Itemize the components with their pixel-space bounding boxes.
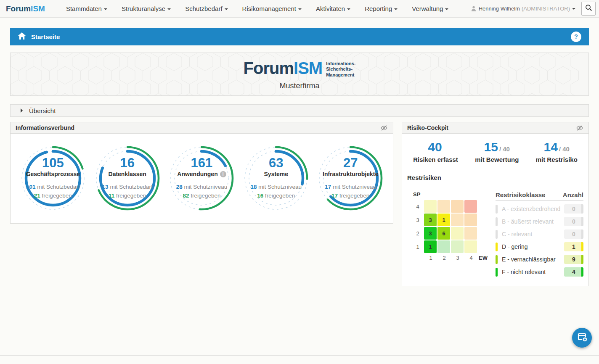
kpi-value: 16 — [120, 156, 134, 169]
add-new-button[interactable] — [572, 328, 592, 348]
kpi-label: Anwendungeni — [177, 171, 226, 177]
masthead: ForumISM Informations- Sicherheits- Mana… — [10, 53, 589, 96]
risk-matrix-cell-sp2-ew1[interactable]: 3 — [424, 227, 437, 240]
risk-matrix-x-axis: 1234 EW — [413, 255, 490, 261]
risk-matrix-row-label: 3 — [413, 217, 422, 223]
informationsverbund-panel: Informationsverbund 105 Geschäftsprozess… — [10, 122, 393, 224]
chevron-down-icon — [225, 8, 228, 12]
kpi-label: Geschäftsprozesse — [26, 171, 80, 177]
user-name: Henning Wilhelm — [479, 5, 520, 12]
kpi-stats: 28 mit Schutzniveau 82 freigegeben — [176, 183, 228, 200]
chevron-down-icon — [572, 8, 575, 11]
search-button[interactable] — [581, 2, 596, 16]
kpi-circle-gesch-ftsprozesse[interactable]: 105 Geschäftsprozesse 101 mit Schutzbeda… — [19, 145, 87, 212]
kpi-label: Systeme — [264, 171, 289, 177]
risk-class-row-f: F - nicht relevant 4 — [496, 266, 583, 278]
masthead-logo-part2: ISM — [294, 59, 322, 77]
chevron-down-icon — [167, 8, 171, 12]
risk-matrix-cell-sp3-ew3[interactable] — [451, 214, 464, 226]
kpi-label: Infrastrukturobjekte — [323, 171, 378, 177]
risk-stat-risiken-erfasst: 40 Risiken erfasst — [413, 141, 458, 163]
informationsverbund-header: Informationsverbund — [11, 122, 393, 134]
restrisiken-title: Restrisiken — [402, 171, 588, 181]
nav-item-strukturanalyse[interactable]: Strukturanalyse — [122, 5, 171, 12]
risk-matrix-cell-sp1-ew1[interactable]: 1 — [424, 240, 437, 253]
kpi-circle-datenklassen[interactable]: 16 Datenklassen 13 mit Schutzbedarf 11 f… — [94, 145, 161, 212]
class-label: D - gering — [502, 243, 564, 250]
uebersicht-collapsible[interactable]: Übersicht — [10, 104, 589, 117]
nav-item-risikomanagement[interactable]: Risikomanagement — [242, 5, 302, 12]
risk-matrix-cell-sp2-ew3[interactable] — [451, 227, 464, 240]
app-logo-part1: Forum — [6, 4, 31, 13]
risk-matrix-cell-sp4-ew2[interactable] — [437, 200, 450, 213]
class-label: A - existenzbedrohend — [502, 206, 564, 212]
chevron-down-icon — [445, 8, 448, 12]
user-menu[interactable]: Henning Wilhelm (ADMINISTRATOR) — [471, 5, 575, 12]
risk-matrix-row-label: 2 — [413, 230, 422, 237]
kpi-stats: 18 mit Schutzniveau 16 freigegeben — [251, 183, 302, 200]
collapse-arrow-icon — [21, 108, 25, 113]
nav-item-verwaltung[interactable]: Verwaltung — [412, 5, 448, 12]
kpi-circle-infrastrukturobjekte[interactable]: 27 Infrastrukturobjekte 17 mit Schutzniv… — [317, 145, 384, 212]
risk-matrix-cell-sp4-ew1[interactable] — [424, 200, 437, 213]
risk-class-row-a: A - existenzbedrohend 0 — [496, 203, 583, 215]
risk-matrix-cell-sp1-ew3[interactable] — [451, 240, 464, 253]
risk-matrix-cell-sp3-ew1[interactable]: 3 — [424, 214, 437, 226]
risk-matrix-col-label: 2 — [437, 255, 451, 261]
kpi-value: 161 — [191, 156, 213, 169]
risk-matrix-row-label: 4 — [413, 203, 422, 210]
hide-panel-icon[interactable] — [380, 125, 388, 131]
class-color-bar — [496, 243, 498, 251]
nav-item-aktivit-ten[interactable]: Aktivitäten — [316, 5, 350, 12]
risk-stat-mit-restrisiko: 14/ 40 mit Restrisiko — [536, 141, 578, 163]
risk-matrix-col-label: 3 — [451, 255, 464, 261]
nav-item-schutzbedarf[interactable]: Schutzbedarf — [185, 5, 228, 12]
class-count-badge: 9 — [564, 255, 583, 264]
kpi-value: 63 — [269, 156, 283, 169]
class-count-badge: 0 — [564, 204, 583, 214]
risk-matrix-x-axis-label: EW — [479, 255, 488, 261]
risk-class-row-b: B - äußerst relevant 0 — [496, 215, 583, 228]
risk-matrix-cell-sp4-ew3[interactable] — [451, 200, 464, 213]
help-icon: ? — [574, 33, 578, 40]
risk-stats-row: 40 Risiken erfasst15/ 40 mit Bewertung14… — [402, 134, 588, 171]
risk-matrix-cell-sp1-ew4[interactable] — [464, 240, 477, 253]
app-logo[interactable]: ForumISM — [6, 4, 45, 13]
risk-matrix-cell-sp3-ew4[interactable] — [464, 214, 477, 226]
risk-classes-table-header: Restrisikoklasse Anzahl — [496, 191, 583, 201]
risk-matrix-cell-sp3-ew2[interactable]: 1 — [437, 214, 450, 226]
class-label: E - vernachlässigbar — [502, 256, 564, 263]
class-count-badge: 1 — [564, 242, 583, 251]
chevron-down-icon — [298, 8, 302, 12]
info-icon[interactable]: i — [220, 171, 226, 177]
masthead-logo-part1: Forum — [244, 59, 294, 77]
page-footer — [0, 355, 599, 364]
nav-item-stammdaten[interactable]: Stammdaten — [66, 5, 107, 12]
risiko-cockpit-title: Risiko-Cockpit — [407, 124, 448, 131]
help-button[interactable]: ? — [571, 32, 581, 42]
risk-matrix: SP 433123611 1234 EW — [407, 185, 490, 278]
risk-matrix-cell-sp1-ew2[interactable] — [437, 240, 450, 253]
risk-class-row-d: D - gering 1 — [496, 240, 583, 253]
risk-matrix-cell-sp2-ew2[interactable]: 6 — [437, 227, 450, 240]
page-title: Startseite — [31, 33, 60, 40]
risiko-cockpit-panel: Risiko-Cockpit 40 Risiken erfasst15/ 40 … — [402, 122, 589, 286]
kpi-circle-anwendungen[interactable]: 161 Anwendungeni 28 mit Schutzniveau 82 … — [168, 145, 235, 212]
informationsverbund-title: Informationsverbund — [16, 124, 74, 131]
chevron-down-icon — [104, 8, 107, 12]
nav-item-reporting[interactable]: Reporting — [365, 5, 398, 12]
class-count-badge: 0 — [564, 217, 583, 226]
masthead-logo-subtitle: Informations- Sicherheits- Management — [326, 61, 355, 78]
nav-menu: StammdatenStrukturanalyseSchutzbedarfRis… — [66, 5, 471, 12]
risiko-cockpit-header: Risiko-Cockpit — [402, 122, 588, 134]
risk-matrix-col-label: 1 — [424, 255, 437, 261]
risk-matrix-cell-sp4-ew4[interactable] — [464, 200, 477, 213]
class-count-badge: 4 — [564, 267, 583, 277]
add-window-icon — [577, 332, 588, 344]
risk-class-row-e: E - vernachlässigbar 9 — [496, 253, 583, 266]
risk-matrix-row-label: 1 — [413, 244, 422, 250]
kpi-circle-systeme[interactable]: 63 Systeme 18 mit Schutzniveau 16 freige… — [242, 145, 310, 212]
risk-matrix-cell-sp2-ew4[interactable] — [464, 227, 477, 240]
hide-panel-icon[interactable] — [576, 125, 583, 131]
class-color-bar — [496, 205, 498, 214]
